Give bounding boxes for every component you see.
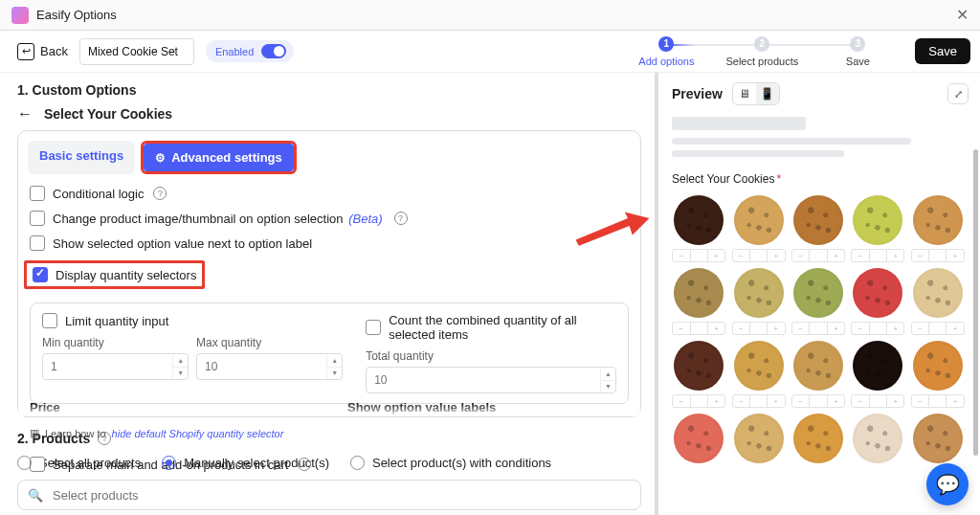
quantity-selector[interactable]: −+: [791, 322, 845, 335]
cookie-swatch[interactable]: −+: [791, 195, 845, 262]
quantity-stepper[interactable]: ▲▼: [326, 354, 342, 379]
cookie-swatch[interactable]: −+: [911, 341, 965, 408]
product-search-input[interactable]: [51, 487, 631, 504]
learn-link[interactable]: hide default Shopify quantity selector: [112, 428, 284, 439]
input-total-qty[interactable]: [366, 367, 616, 393]
cookie-swatch[interactable]: −+: [672, 268, 725, 335]
cookie-image: [793, 195, 843, 245]
checkbox-change-image[interactable]: [30, 211, 45, 226]
cookie-swatch[interactable]: −+: [731, 195, 785, 262]
highlight-box-display-qty: Display quantity selectors: [24, 260, 205, 289]
cookie-swatch[interactable]: −+: [911, 195, 965, 262]
cookie-swatch[interactable]: −+: [672, 341, 725, 408]
expand-icon[interactable]: ⤢: [947, 83, 969, 104]
checkbox-display-qty[interactable]: [33, 267, 48, 282]
cookie-swatch[interactable]: −+: [851, 268, 904, 335]
label-display-qty: Display quantity selectors: [56, 268, 196, 282]
quantity-selector[interactable]: −+: [851, 249, 904, 262]
cookie-image: [674, 341, 724, 391]
option-title: Select Your Cookies: [44, 106, 172, 122]
quantity-selector[interactable]: −+: [732, 322, 786, 335]
input-min-qty[interactable]: [42, 353, 189, 380]
topbar: ↩ Back Enabled 1 Add options 2 Select pr…: [0, 31, 980, 73]
cookie-image: [734, 195, 784, 245]
quantity-selector[interactable]: −+: [791, 249, 845, 262]
quantity-stepper[interactable]: ▲▼: [600, 368, 615, 392]
option-set-name-input[interactable]: [79, 38, 194, 65]
cookie-swatch[interactable]: −+: [791, 268, 845, 335]
quantity-selector[interactable]: −+: [851, 322, 904, 335]
cookie-swatch[interactable]: −+: [851, 195, 904, 262]
preview-section-label: Select Your Cookies: [672, 172, 774, 186]
checkbox-show-selected-value[interactable]: [30, 235, 45, 251]
cookie-swatch[interactable]: [672, 414, 725, 463]
settings-card: Basic settings ⚙ Advanced settings Condi…: [17, 130, 641, 417]
label-change-image: Change product image/thumbnail on option…: [53, 212, 385, 226]
cookie-image: [674, 195, 724, 245]
cookie-swatch[interactable]: −+: [731, 268, 785, 335]
enabled-toggle[interactable]: Enabled: [206, 40, 294, 62]
cookie-swatch[interactable]: −+: [672, 195, 725, 262]
step-select-products[interactable]: 2 Select products: [714, 36, 810, 67]
quantity-selector[interactable]: −+: [791, 394, 845, 408]
tab-advanced-label: Advanced settings: [171, 150, 282, 165]
cookie-swatch[interactable]: [911, 414, 965, 463]
cookie-swatch[interactable]: −+: [851, 341, 904, 408]
info-icon[interactable]: ?: [153, 187, 167, 200]
progress-stepper: 1 Add options 2 Select products 3 Save: [618, 36, 905, 67]
quantity-selector[interactable]: −+: [851, 394, 904, 408]
back-arrow-icon[interactable]: ←: [17, 105, 33, 123]
cookie-image: [734, 414, 784, 463]
tab-advanced-settings[interactable]: ⚙ Advanced settings: [144, 144, 294, 171]
input-max-qty[interactable]: [196, 353, 343, 380]
quantity-selector[interactable]: −+: [732, 394, 786, 408]
save-button[interactable]: Save: [915, 38, 970, 64]
quantity-selector[interactable]: −+: [911, 322, 965, 335]
cookie-swatch[interactable]: [851, 414, 904, 463]
cookie-swatch[interactable]: [731, 414, 785, 463]
label-limit-qty: Limit quantity input: [65, 314, 168, 328]
label-total-qty: Total quantity: [366, 349, 616, 363]
quantity-selector[interactable]: −+: [911, 394, 965, 408]
step-add-options[interactable]: 1 Add options: [618, 36, 714, 67]
quantity-selector[interactable]: −+: [672, 249, 725, 262]
cookie-image: [853, 195, 902, 245]
cookie-image: [913, 195, 963, 245]
quantity-selector[interactable]: −+: [732, 249, 786, 262]
chat-bubble-icon[interactable]: 💬: [926, 463, 969, 505]
checkbox-count-combined[interactable]: [366, 320, 381, 335]
close-icon[interactable]: ✕: [956, 8, 969, 23]
desktop-icon[interactable]: 🖥: [733, 83, 756, 104]
cookie-grid: −+−+−+−+−+−+−+−+−+−+−+−+−+−+−+: [672, 195, 969, 463]
label-show-selected-value: Show selected option value next to optio…: [53, 236, 312, 251]
device-toggle[interactable]: 🖥 📱: [732, 82, 780, 105]
back-button[interactable]: ↩ Back: [17, 43, 68, 60]
app-icon: [11, 7, 29, 24]
skeleton-line: [672, 117, 806, 130]
step-save[interactable]: 3 Save: [810, 36, 905, 67]
checkbox-separate-main[interactable]: [30, 457, 45, 472]
cookie-image: [793, 341, 843, 391]
cookie-swatch[interactable]: [791, 414, 845, 463]
back-label: Back: [40, 44, 68, 58]
quantity-sub-card: Limit quantity input Min quantity ▲▼: [30, 302, 629, 404]
step-label: Select products: [725, 56, 798, 67]
info-icon[interactable]: ?: [298, 458, 311, 471]
quantity-selector[interactable]: −+: [672, 394, 725, 408]
quantity-stepper[interactable]: ▲▼: [172, 354, 188, 379]
quantity-selector[interactable]: −+: [911, 249, 965, 262]
cookie-swatch[interactable]: −+: [911, 268, 965, 335]
quantity-selector[interactable]: −+: [672, 322, 725, 335]
mobile-icon[interactable]: 📱: [756, 83, 779, 104]
cookie-swatch[interactable]: −+: [731, 341, 785, 408]
checkbox-conditional-logic[interactable]: [30, 186, 45, 201]
beta-tag: (Beta): [348, 212, 382, 226]
search-icon: 🔍: [28, 488, 43, 503]
info-icon[interactable]: ?: [394, 212, 408, 225]
product-search-box[interactable]: 🔍: [17, 480, 641, 510]
scrollbar-thumb[interactable]: [973, 149, 978, 456]
back-icon: ↩: [17, 43, 34, 60]
checkbox-limit-qty[interactable]: [42, 313, 57, 328]
cookie-swatch[interactable]: −+: [791, 341, 845, 408]
tab-basic-settings[interactable]: Basic settings: [28, 141, 135, 174]
